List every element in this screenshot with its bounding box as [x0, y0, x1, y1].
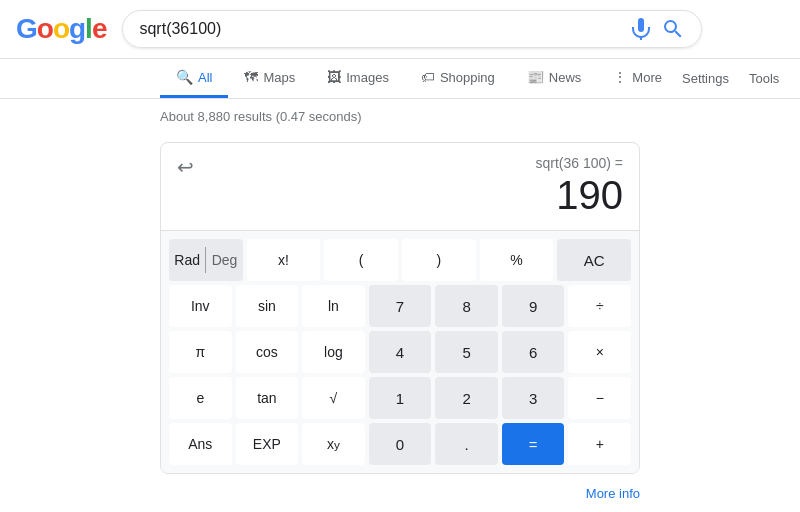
ans-button[interactable]: Ans	[169, 423, 232, 465]
header: Google sqrt(36100)	[0, 0, 800, 59]
tab-shopping[interactable]: 🏷 Shopping	[405, 59, 511, 98]
more-info[interactable]: More info	[0, 482, 800, 505]
results-count: About 8,880 results (0.47 seconds)	[160, 109, 362, 124]
search-input[interactable]: sqrt(36100)	[139, 20, 621, 38]
tab-all-label: All	[198, 70, 212, 85]
power-button[interactable]: xy	[302, 423, 365, 465]
calc-row-3: π cos log 4 5 6 ×	[169, 331, 631, 373]
6-button[interactable]: 6	[502, 331, 565, 373]
news-icon: 📰	[527, 69, 544, 85]
7-button[interactable]: 7	[369, 285, 432, 327]
9-button[interactable]: 9	[502, 285, 565, 327]
tab-images-label: Images	[346, 70, 389, 85]
tan-button[interactable]: tan	[236, 377, 299, 419]
ac-button[interactable]: AC	[557, 239, 631, 281]
images-icon: 🖼	[327, 69, 341, 85]
nav-settings: Settings Tools	[678, 61, 783, 96]
subtract-button[interactable]: −	[568, 377, 631, 419]
deg-button[interactable]: Deg	[206, 239, 242, 281]
rad-button[interactable]: Rad	[169, 239, 205, 281]
log-button[interactable]: log	[302, 331, 365, 373]
4-button[interactable]: 4	[369, 331, 432, 373]
open-paren-button[interactable]: (	[324, 239, 398, 281]
cos-button[interactable]: cos	[236, 331, 299, 373]
tab-images[interactable]: 🖼 Images	[311, 59, 405, 98]
tab-shopping-label: Shopping	[440, 70, 495, 85]
calc-row-1: Rad Deg x! ( ) % AC	[169, 239, 631, 281]
calc-buttons: Rad Deg x! ( ) % AC Inv sin ln 7 8 9 ÷ π…	[161, 231, 639, 473]
0-button[interactable]: 0	[369, 423, 432, 465]
calc-expression: sqrt(36 100) = 190	[194, 155, 623, 218]
tab-news-label: News	[549, 70, 582, 85]
2-button[interactable]: 2	[435, 377, 498, 419]
settings-link[interactable]: Settings	[678, 61, 733, 96]
google-logo: Google	[16, 13, 106, 45]
results-info: About 8,880 results (0.47 seconds)	[0, 99, 800, 134]
close-paren-button[interactable]: )	[402, 239, 476, 281]
tab-more-label: More	[632, 70, 662, 85]
search-bar: sqrt(36100)	[122, 10, 702, 48]
more-info-label: More info	[586, 486, 640, 501]
divide-button[interactable]: ÷	[568, 285, 631, 327]
tools-link[interactable]: Tools	[745, 61, 783, 96]
more-icon: ⋮	[613, 69, 627, 85]
shopping-icon: 🏷	[421, 69, 435, 85]
inv-button[interactable]: Inv	[169, 285, 232, 327]
rad-deg-group: Rad Deg	[169, 239, 243, 281]
calc-equation: sqrt(36 100) =	[194, 155, 623, 171]
3-button[interactable]: 3	[502, 377, 565, 419]
pi-button[interactable]: π	[169, 331, 232, 373]
nav-tabs: 🔍 All 🗺 Maps 🖼 Images 🏷 Shopping 📰 News …	[0, 59, 800, 99]
1-button[interactable]: 1	[369, 377, 432, 419]
percent-button[interactable]: %	[480, 239, 554, 281]
sqrt-button[interactable]: √	[302, 377, 365, 419]
maps-icon: 🗺	[244, 69, 258, 85]
add-button[interactable]: +	[568, 423, 631, 465]
tab-maps[interactable]: 🗺 Maps	[228, 59, 311, 98]
calc-row-2: Inv sin ln 7 8 9 ÷	[169, 285, 631, 327]
tab-maps-label: Maps	[263, 70, 295, 85]
calc-display: ↩ sqrt(36 100) = 190	[161, 143, 639, 231]
calc-row-5: Ans EXP xy 0 . = +	[169, 423, 631, 465]
factorial-button[interactable]: x!	[247, 239, 321, 281]
search-icon[interactable]	[661, 17, 685, 41]
5-button[interactable]: 5	[435, 331, 498, 373]
calculator-card: ↩ sqrt(36 100) = 190 Rad Deg x! ( ) % AC…	[160, 142, 640, 474]
ln-button[interactable]: ln	[302, 285, 365, 327]
equals-button[interactable]: =	[502, 423, 565, 465]
tab-more[interactable]: ⋮ More	[597, 59, 678, 98]
calc-row-4: e tan √ 1 2 3 −	[169, 377, 631, 419]
sin-button[interactable]: sin	[236, 285, 299, 327]
calc-result: 190	[194, 173, 623, 218]
tab-all[interactable]: 🔍 All	[160, 59, 228, 98]
tab-news[interactable]: 📰 News	[511, 59, 598, 98]
history-icon[interactable]: ↩	[177, 155, 194, 179]
all-icon: 🔍	[176, 69, 193, 85]
mic-icon[interactable]	[629, 17, 653, 41]
e-button[interactable]: e	[169, 377, 232, 419]
8-button[interactable]: 8	[435, 285, 498, 327]
decimal-button[interactable]: .	[435, 423, 498, 465]
exp-button[interactable]: EXP	[236, 423, 299, 465]
multiply-button[interactable]: ×	[568, 331, 631, 373]
